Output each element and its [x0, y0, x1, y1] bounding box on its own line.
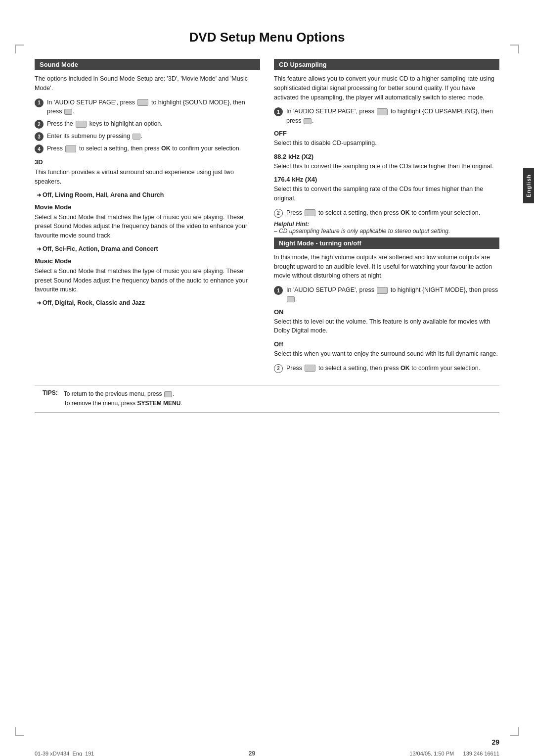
- tips-content: To return to the previous menu, press . …: [64, 389, 182, 408]
- button-placeholder: [304, 118, 312, 124]
- cd-upsampling-intro: This feature allows you to convert your …: [274, 74, 499, 102]
- night-step-num-2: 2: [274, 364, 283, 373]
- left-column: Sound Mode The options included in Sound…: [35, 59, 260, 376]
- cd-step1: 1 In 'AUDIO SETUP PAGE', press to highli…: [274, 107, 499, 126]
- night-on-text: Select this to level out the volume. Thi…: [274, 317, 499, 336]
- button-placeholder: [377, 287, 388, 294]
- tips-label: TIPS:: [43, 389, 58, 396]
- night-step-num-1: 1: [274, 286, 283, 295]
- footer-center: 29: [249, 750, 255, 756]
- helpful-hint-title: Helpful Hint:: [274, 221, 309, 228]
- night-on-label: ON: [274, 308, 499, 316]
- night-off-text: Select this when you want to enjoy the s…: [274, 349, 499, 359]
- sound-mode-intro: The options included in Sound Mode Setup…: [35, 74, 260, 93]
- cd-1764-label: 176.4 kHz (X4): [274, 176, 499, 183]
- cd-1764-text: Select this to convert the sampling rate…: [274, 185, 499, 203]
- button-placeholder: [76, 121, 87, 128]
- step1-content: In 'AUDIO SETUP PAGE', press to highligh…: [47, 98, 260, 117]
- footer-catalog: 139 246 16611: [463, 751, 499, 756]
- tips-line2: To remove the menu, press SYSTEM MENU.: [64, 400, 182, 407]
- cd-882-text: Select this to convert the sampling rate…: [274, 162, 499, 171]
- main-content: DVD Setup Menu Options Sound Mode The op…: [35, 30, 499, 413]
- night-off-label: Off: [274, 340, 499, 348]
- corner-mark-tr: [510, 45, 519, 53]
- step-num-4: 4: [35, 144, 44, 153]
- sub-music-title: Music Mode: [35, 257, 260, 265]
- sound-mode-step4: 4 Press to select a setting, then press …: [35, 144, 260, 153]
- cd-step2: 2 Press to select a setting, then press …: [274, 208, 499, 218]
- cd-off-label: OFF: [274, 130, 499, 137]
- sub-3d-text: This function provides a virtual surroun…: [35, 168, 260, 187]
- language-tab: English: [523, 168, 534, 203]
- button-placeholder: [65, 145, 76, 152]
- helpful-hint-text: – CD upsampling feature is only applicab…: [274, 228, 450, 235]
- step-num-2: 2: [35, 120, 44, 129]
- sub-music-text: Select a Sound Mode that matches the typ…: [35, 267, 260, 294]
- cd-step2-content: Press to select a setting, then press OK…: [286, 208, 499, 218]
- night-step1: 1 In 'AUDIO SETUP PAGE', press to highli…: [274, 285, 499, 304]
- button-placeholder: [133, 134, 140, 140]
- footer-date: 13/04/05, 1:50 PM: [409, 751, 454, 756]
- helpful-hint: Helpful Hint: – CD upsampling feature is…: [274, 221, 499, 235]
- page-title: DVD Setup Menu Options: [35, 30, 499, 45]
- step3-content: Enter its submenu by pressing .: [47, 132, 260, 141]
- night-mode-header: Night Mode - turning on/off: [274, 237, 499, 249]
- button-placeholder: [305, 365, 315, 372]
- night-step1-content: In 'AUDIO SETUP PAGE', press to highligh…: [286, 285, 499, 304]
- corner-mark-bl: [15, 727, 24, 736]
- tips-bar: TIPS: To return to the previous menu, pr…: [35, 385, 499, 413]
- sub-movie-text: Select a Sound Mode that matches the typ…: [35, 213, 260, 240]
- sound-mode-section: Sound Mode The options included in Sound…: [35, 59, 260, 306]
- tips-system-menu: SYSTEM MENU: [137, 400, 180, 407]
- button-placeholder: [377, 108, 388, 115]
- page-number: 29: [491, 738, 499, 746]
- sub-movie-title: Movie Mode: [35, 203, 260, 211]
- page-container: English DVD Setup Menu Options Sound Mod…: [0, 30, 534, 756]
- night-mode-section: Night Mode - turning on/off In this mode…: [274, 237, 499, 373]
- cd-upsampling-section: CD Upsampling This feature allows you to…: [274, 59, 499, 235]
- night-mode-intro: In this mode, the high volume outputs ar…: [274, 253, 499, 281]
- sound-mode-step3: 3 Enter its submenu by pressing .: [35, 132, 260, 141]
- sub-music-arrow: Off, Digital, Rock, Classic and Jazz: [35, 299, 260, 306]
- button-placeholder: [64, 109, 72, 115]
- night-step2-content: Press to select a setting, then press OK…: [286, 364, 499, 373]
- step-num-3: 3: [35, 132, 44, 141]
- corner-mark-br: [510, 727, 519, 736]
- cd-off-text: Select this to disable CD-upsampling.: [274, 139, 499, 148]
- cd-step1-content: In 'AUDIO SETUP PAGE', press to highligh…: [286, 107, 499, 126]
- tips-line1: To return to the previous menu, press .: [64, 390, 174, 397]
- button-placeholder: [305, 209, 315, 216]
- cd-step-num-1: 1: [274, 107, 283, 116]
- cd-upsampling-header: CD Upsampling: [274, 59, 499, 70]
- night-step2: 2 Press to select a setting, then press …: [274, 364, 499, 373]
- sound-mode-step2: 2 Press the keys to highlight an option.: [35, 119, 260, 129]
- sub-movie-arrow: Off, Sci-Fic, Action, Drama and Concert: [35, 245, 260, 252]
- step2-content: Press the keys to highlight an option.: [47, 119, 260, 129]
- footer-right: 13/04/05, 1:50 PM 139 246 16611: [409, 751, 499, 756]
- button-placeholder: [164, 391, 172, 397]
- sub-3d-title: 3D: [35, 158, 260, 166]
- footer: 01-39 xDV434_Eng_191 29 13/04/05, 1:50 P…: [0, 746, 534, 756]
- sub-3d-arrow: Off, Living Room, Hall, Arena and Church: [35, 191, 260, 198]
- button-placeholder: [287, 296, 295, 302]
- cd-882-label: 88.2 kHz (X2): [274, 153, 499, 160]
- right-column: CD Upsampling This feature allows you to…: [274, 59, 499, 376]
- corner-mark-tl: [15, 45, 24, 53]
- button-placeholder: [137, 99, 148, 106]
- sound-mode-header: Sound Mode: [35, 59, 260, 70]
- columns-layout: Sound Mode The options included in Sound…: [35, 59, 499, 376]
- sound-mode-step1: 1 In 'AUDIO SETUP PAGE', press to highli…: [35, 98, 260, 117]
- cd-step-num-2: 2: [274, 209, 283, 218]
- footer-left: 01-39 xDV434_Eng_191: [35, 751, 94, 756]
- step4-content: Press to select a setting, then press OK…: [47, 144, 260, 153]
- step-num-1: 1: [35, 98, 44, 107]
